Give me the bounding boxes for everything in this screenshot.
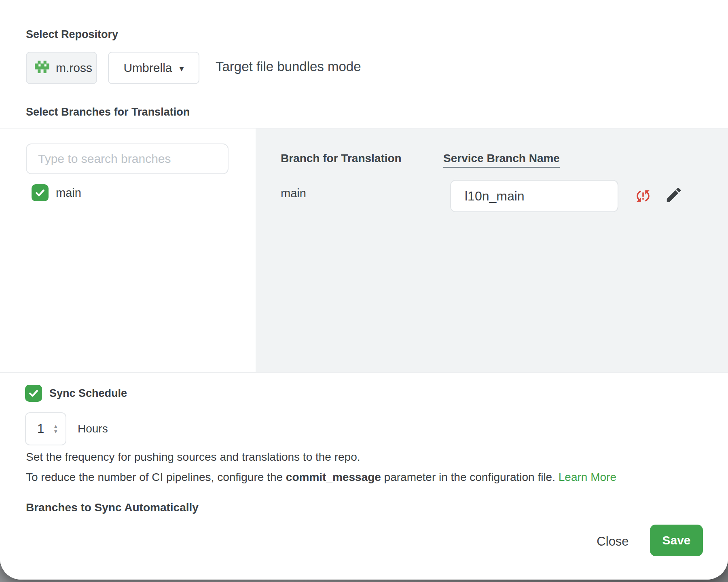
ci-hint-suffix: parameter in the configuration file. xyxy=(381,471,559,483)
branch-checkbox-label: main xyxy=(56,186,81,200)
ci-hint-text: To reduce the number of CI pipelines, co… xyxy=(26,471,616,484)
table-row-branch-name: main xyxy=(281,187,306,200)
column-header-service-branch[interactable]: Service Branch Name xyxy=(443,152,560,168)
chevron-down-icon: ▾ xyxy=(179,64,184,73)
commit-message-param: commit_message xyxy=(286,471,381,483)
hours-label: Hours xyxy=(78,422,108,435)
branch-list-item-main: main xyxy=(32,184,81,201)
service-branch-name-input[interactable] xyxy=(450,180,618,212)
hours-stepper-value: 1 xyxy=(37,422,44,436)
sync-schedule-section: Sync Schedule 1 ▲▼ Hours Set the frequen… xyxy=(0,373,728,580)
checkmark-icon xyxy=(28,388,39,399)
identicon-avatar xyxy=(35,61,49,75)
checkmark-icon xyxy=(35,188,45,198)
select-repository-title: Select Repository xyxy=(26,28,118,41)
sync-schedule-row: Sync Schedule xyxy=(25,385,127,402)
select-branches-title: Select Branches for Translation xyxy=(26,106,190,118)
repo-owner-label: m.ross xyxy=(56,61,92,75)
pencil-icon[interactable] xyxy=(665,186,683,204)
column-header-branch: Branch for Translation xyxy=(281,152,402,165)
repository-settings-dialog: Select Repository m.ross Umbrella ▾ Targ… xyxy=(0,0,728,580)
save-button[interactable]: Save xyxy=(650,525,703,556)
branch-checkbox[interactable] xyxy=(32,184,49,201)
sync-schedule-checkbox[interactable] xyxy=(25,385,42,402)
up-down-arrows-icon[interactable]: ▲▼ xyxy=(53,424,58,434)
repo-dropdown-value: Umbrella xyxy=(123,61,172,75)
ci-hint-prefix: To reduce the number of CI pipelines, co… xyxy=(26,471,286,483)
branch-search-input[interactable] xyxy=(26,143,229,174)
learn-more-link[interactable]: Learn More xyxy=(559,471,616,483)
select-repository-section: Select Repository m.ross Umbrella ▾ Targ… xyxy=(0,0,728,129)
hours-stepper[interactable]: 1 ▲▼ xyxy=(25,412,66,445)
sync-schedule-label: Sync Schedule xyxy=(49,387,127,400)
repo-owner-button[interactable]: m.ross xyxy=(26,52,97,84)
branches-split-panel: main Branch for Translation Service Bran… xyxy=(0,129,728,373)
frequency-hint-text: Set the frequency for pushing sources an… xyxy=(26,451,360,464)
close-button[interactable]: Close xyxy=(587,531,638,552)
branches-auto-sync-title: Branches to Sync Automatically xyxy=(26,501,199,514)
repo-select-dropdown[interactable]: Umbrella ▾ xyxy=(108,52,199,84)
sync-problem-icon[interactable] xyxy=(635,188,652,205)
target-mode-text: Target file bundles mode xyxy=(216,59,361,74)
